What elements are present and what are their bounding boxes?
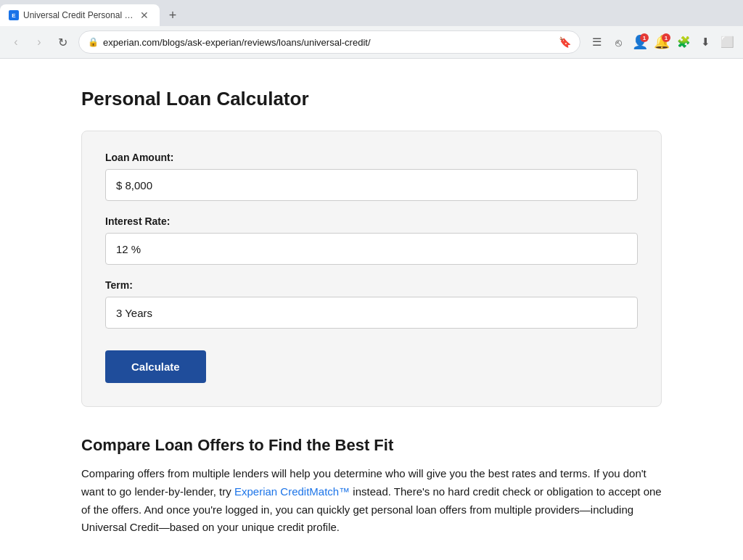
- active-tab[interactable]: E Universal Credit Personal Loan Re ✕: [0, 4, 160, 26]
- profile-button[interactable]: 👤 1: [630, 32, 650, 52]
- experian-creditmatch-link[interactable]: Experian CreditMatch™: [234, 485, 350, 498]
- calculate-button[interactable]: Calculate: [105, 350, 206, 383]
- address-text: experian.com/blogs/ask-experian/reviews/…: [103, 37, 554, 48]
- term-group: Term:: [105, 279, 638, 329]
- download-button[interactable]: ⬇: [695, 32, 715, 52]
- tab-favicon: E: [9, 10, 19, 20]
- page-title: Personal Loan Calculator: [81, 88, 662, 110]
- tab-title: Universal Credit Personal Loan Re: [23, 10, 134, 20]
- interest-rate-group: Interest Rate:: [105, 215, 638, 265]
- back-button[interactable]: ‹: [6, 32, 26, 52]
- browser-chrome: E Universal Credit Personal Loan Re ✕ + …: [0, 0, 743, 59]
- toolbar-icons: ☰ ⎋ 👤 1 🔔 1 🧩 ⬇ ⬜: [586, 32, 737, 52]
- extensions-button[interactable]: 🧩: [673, 32, 694, 52]
- new-tab-button[interactable]: +: [163, 5, 183, 25]
- loan-amount-group: Loan Amount:: [105, 152, 638, 201]
- notifications-button[interactable]: 🔔 1: [652, 32, 672, 52]
- bookmark-icon[interactable]: 🔖: [559, 36, 571, 48]
- page-content: Personal Loan Calculator Loan Amount: In…: [38, 59, 705, 560]
- forward-button[interactable]: ›: [29, 32, 49, 52]
- compare-section-title: Compare Loan Offers to Find the Best Fit: [81, 436, 662, 455]
- term-label: Term:: [105, 279, 638, 291]
- reload-button[interactable]: ↻: [52, 32, 73, 52]
- interest-rate-input[interactable]: [105, 233, 638, 265]
- loan-amount-label: Loan Amount:: [105, 152, 638, 163]
- window-button[interactable]: ⬜: [717, 32, 737, 52]
- lock-icon: 🔒: [88, 37, 99, 47]
- compare-section-text: Comparing offers from multiple lenders w…: [81, 465, 662, 537]
- share-button[interactable]: ⎋: [608, 32, 628, 52]
- term-input[interactable]: [105, 297, 638, 329]
- notifications-badge: 1: [662, 33, 670, 42]
- compare-section: Compare Loan Offers to Find the Best Fit…: [81, 436, 662, 537]
- menu-button[interactable]: ☰: [586, 32, 607, 52]
- tab-bar: E Universal Credit Personal Loan Re ✕ +: [0, 0, 743, 26]
- loan-amount-input[interactable]: [105, 169, 638, 201]
- tab-close-button[interactable]: ✕: [138, 9, 151, 22]
- address-bar[interactable]: 🔒 experian.com/blogs/ask-experian/review…: [78, 30, 580, 54]
- calculator-card: Loan Amount: Interest Rate: Term: Calcul…: [81, 131, 662, 407]
- toolbar: ‹ › ↻ 🔒 experian.com/blogs/ask-experian/…: [0, 26, 743, 58]
- interest-rate-label: Interest Rate:: [105, 215, 638, 227]
- profile-badge: 1: [640, 33, 649, 42]
